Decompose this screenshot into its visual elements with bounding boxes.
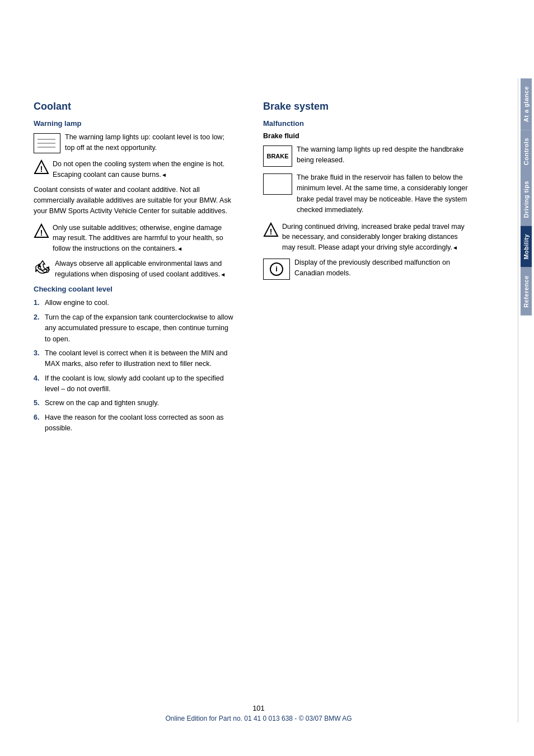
- recycle-block: Always observe all applicable environmen…: [34, 259, 235, 280]
- malfunction-subsection: Malfunction: [263, 119, 470, 128]
- svg-text:!: !: [40, 228, 43, 237]
- coolant-title: Coolant: [34, 101, 235, 112]
- vertical-separator: [518, 78, 518, 722]
- step-text: Have the reason for the coolant loss cor…: [45, 412, 235, 434]
- brake-caution-block: ! During continued driving, increased br…: [263, 222, 470, 253]
- caution-block-1: ! Do not open the cooling system when th…: [34, 159, 235, 180]
- steps-list: 1.Allow engine to cool.2.Turn the cap of…: [34, 298, 235, 434]
- step-number: 3.: [34, 348, 45, 359]
- footer-text: Online Edition for Part no. 01 41 0 013 …: [0, 715, 517, 722]
- left-column: Coolant Warning lamp The warning lamp li…: [34, 101, 252, 438]
- brake-lamp-icon: BRAKE: [263, 145, 292, 167]
- tab-driving-tips[interactable]: Driving tips: [521, 173, 532, 226]
- step-text: Allow engine to cool.: [45, 298, 235, 308]
- coolant-lamp-icon: [34, 133, 60, 153]
- step-item: 1.Allow engine to cool.: [34, 298, 235, 308]
- warning-lamp-text: The warning lamp lights up: coolant leve…: [65, 132, 235, 153]
- caution-triangle-icon-1: !: [34, 159, 49, 175]
- step-text: Turn the cap of the expansion tank count…: [45, 312, 235, 345]
- body-text-1: Coolant consists of water and coolant ad…: [34, 185, 235, 217]
- warning-lamp-subsection: Warning lamp: [34, 119, 235, 128]
- step-number: 4.: [34, 373, 45, 384]
- step-number: 6.: [34, 412, 45, 423]
- info-block: i Display of the previously described ma…: [263, 257, 470, 280]
- warning-lamp-box: The warning lamp lights up: coolant leve…: [34, 132, 235, 153]
- step-item: 5.Screw on the cap and tighten snugly.: [34, 398, 235, 408]
- step-number: 2.: [34, 312, 45, 323]
- footer: 101 Online Edition for Part no. 01 41 0 …: [0, 704, 517, 722]
- step-text: If the coolant is low, slowly add coolan…: [45, 373, 235, 395]
- caution-triangle-icon-brake: !: [263, 222, 279, 238]
- tab-controls[interactable]: Controls: [521, 130, 532, 173]
- step-item: 3.The coolant level is correct when it i…: [34, 348, 235, 370]
- checking-coolant-subsection: Checking coolant level: [34, 285, 235, 293]
- brake-caution-text: During continued driving, increased brak…: [282, 222, 470, 253]
- step-item: 2.Turn the cap of the expansion tank cou…: [34, 312, 235, 345]
- page-wrapper: Coolant Warning lamp The warning lamp li…: [0, 0, 534, 756]
- recycle-text: Always observe all applicable environmen…: [55, 259, 235, 280]
- info-icon-box: i: [263, 259, 290, 280]
- caution-triangle-icon-2: !: [34, 223, 49, 239]
- svg-rect-0: [35, 135, 58, 151]
- recycle-icon: [34, 259, 51, 276]
- brake-text-2: The brake fluid in the reservoir has fal…: [297, 172, 470, 216]
- tab-reference[interactable]: Reference: [521, 267, 532, 316]
- caution-text-2: Only use suitable additives; otherwise, …: [53, 223, 235, 254]
- caution-text-1: Do not open the cooling system when the …: [53, 159, 235, 180]
- brake-lamp-box: BRAKE The warning lamp lights up red des…: [263, 144, 470, 167]
- page-number: 101: [0, 704, 517, 712]
- tab-at-a-glance[interactable]: At a glance: [521, 78, 532, 130]
- svg-text:!: !: [40, 165, 43, 173]
- step-number: 5.: [34, 398, 45, 408]
- step-number: 1.: [34, 298, 45, 308]
- svg-text:!: !: [270, 227, 273, 236]
- side-tabs: At a glance Controls Driving tips Mobili…: [518, 0, 534, 756]
- right-column: Brake system Malfunction Brake fluid BRA…: [252, 101, 470, 438]
- brake-text2-box: The brake fluid in the reservoir has fal…: [263, 172, 470, 216]
- info-circle-icon: i: [270, 262, 283, 276]
- brake-fluid-subsection: Brake fluid: [263, 132, 470, 140]
- main-content: Coolant Warning lamp The warning lamp li…: [34, 0, 517, 482]
- step-text: The coolant level is correct when it is …: [45, 348, 235, 370]
- tab-mobility[interactable]: Mobility: [521, 226, 532, 267]
- step-text: Screw on the cap and tighten snugly.: [45, 398, 235, 408]
- step-item: 4.If the coolant is low, slowly add cool…: [34, 373, 235, 395]
- brake-text-1: The warning lamp lights up red despite t…: [297, 144, 470, 166]
- caution-block-2: ! Only use suitable additives; otherwise…: [34, 223, 235, 254]
- step-item: 6.Have the reason for the coolant loss c…: [34, 412, 235, 434]
- info-text: Display of the previously described malf…: [294, 257, 470, 279]
- brake-system-title: Brake system: [263, 101, 470, 112]
